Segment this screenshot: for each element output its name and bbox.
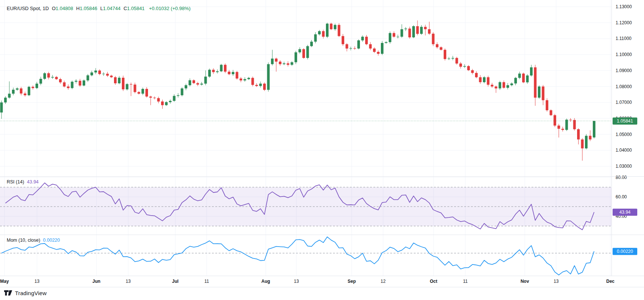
mom-legend: Mom (10, close) 0.00220 <box>7 238 60 243</box>
price-axis-label: 1.12000 <box>616 20 632 25</box>
rsi-value-badge: 43.94 <box>613 208 637 216</box>
price-axis-label: 1.05000 <box>616 132 632 137</box>
time-axis-label-13: 13 <box>554 279 558 284</box>
time-axis-label-13: 13 <box>294 279 299 284</box>
time-axis-label-13: 13 <box>126 279 130 284</box>
time-axis-label-11: 11 <box>204 279 209 284</box>
time-axis-label-may: May <box>0 279 9 284</box>
symbol-title[interactable]: EUR/USD Spot, 1D <box>7 6 49 11</box>
tradingview-logo-text: TradingView <box>15 290 47 296</box>
time-axis-label-11: 11 <box>463 279 468 284</box>
rsi-legend-value: 43.94 <box>27 179 38 185</box>
rsi-axis-label: 80.00 <box>616 175 627 180</box>
time-axis-label-sep: Sep <box>348 279 356 284</box>
panel-separator-rsi-mom[interactable] <box>0 235 644 235</box>
ohlc-item: L1.04744 <box>100 6 120 11</box>
time-axis-label-oct: Oct <box>430 279 437 284</box>
price-axis-label: 1.11000 <box>616 36 632 41</box>
time-axis-label-jun: Jun <box>92 279 100 284</box>
symbol-legend: EUR/USD Spot, 1DO1.04808H1.05846L1.04744… <box>7 6 191 11</box>
mom-value-badge: 0.00220 <box>613 248 637 255</box>
time-axis-label-dec: Dec <box>606 279 614 284</box>
rsi-legend-label[interactable]: RSI (14) <box>7 179 24 185</box>
mom-legend-label[interactable]: Mom (10, close) <box>7 238 40 243</box>
ohlc-item: H1.05846 <box>76 6 97 11</box>
rsi-panel <box>0 187 611 226</box>
chart-bottom-border <box>0 287 644 287</box>
mom-line <box>1 237 594 275</box>
rsi-axis-label: 60.00 <box>616 194 627 200</box>
tradingview-chart: 1.130001.120001.110001.100001.090001.080… <box>0 0 644 300</box>
price-axis-label: 1.03000 <box>616 164 632 169</box>
panel-separator-mom-axis <box>0 276 644 276</box>
time-axis-label-12: 12 <box>380 279 385 284</box>
tradingview-logo-icon <box>4 289 13 297</box>
candlestick-series <box>0 21 596 161</box>
price-axis-label: 1.08000 <box>616 84 632 89</box>
tradingview-logo[interactable]: TradingView <box>4 289 47 297</box>
mom-legend-value: 0.00220 <box>43 238 60 243</box>
panel-separator-main-rsi[interactable] <box>0 176 644 177</box>
price-axis-label: 1.04000 <box>616 148 632 153</box>
ohlc-item: C1.05841 <box>123 6 144 11</box>
price-axis-label: 1.09000 <box>616 68 632 73</box>
ohlc-item: O1.04808 <box>52 6 73 11</box>
price-axis-label: 1.13000 <box>616 4 632 9</box>
price-change: +0.01032 (+0.98%) <box>149 6 190 11</box>
price-axis-label: 1.10000 <box>616 52 632 57</box>
time-axis-label-aug: Aug <box>261 279 270 284</box>
last-price-badge: 1.05841 <box>613 117 637 124</box>
ohlc-values: O1.04808H1.05846L1.04744C1.05841 <box>49 6 145 11</box>
time-axis[interactable]: May13Jun13Jul11Aug13Sep12Oct11Nov13Dec <box>0 276 644 287</box>
time-axis-label-13: 13 <box>34 279 39 284</box>
time-axis-label-nov: Nov <box>521 279 529 284</box>
rsi-legend: RSI (14) 43.94 <box>7 179 38 185</box>
price-axis-label: 1.07000 <box>616 100 632 105</box>
time-axis-label-jul: Jul <box>172 279 178 284</box>
